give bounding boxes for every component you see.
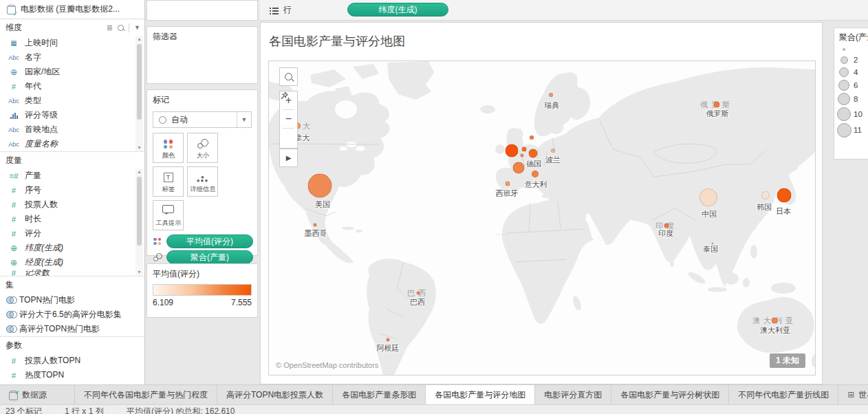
dimension-item[interactable]: Abc度量名称 xyxy=(0,137,144,151)
tab-sheet-6[interactable]: 不同年代电影产量折线图 xyxy=(729,385,838,405)
dimension-item[interactable]: #年代 xyxy=(0,79,144,94)
tab-sheet-3[interactable]: 各国电影产量与评分地图 xyxy=(426,385,535,405)
parameters-list: #投票人数TOPN#热度TOPN xyxy=(0,353,144,382)
map-mark-西班牙[interactable] xyxy=(506,182,510,186)
field-label: 高评分TOPN热门电影 xyxy=(19,323,100,335)
latitude-pill[interactable]: 纬度(生成) xyxy=(347,3,448,17)
map-mark-美国[interactable] xyxy=(308,174,332,198)
chevron-down-icon[interactable]: ▼ xyxy=(237,112,251,127)
calculated-number-icon: =# xyxy=(6,172,22,180)
tab-sheet-0[interactable]: 不同年代各国电影产量与热门程度 xyxy=(75,385,217,405)
pane-menu-caret-icon[interactable]: ▼ xyxy=(134,19,140,36)
parameter-item[interactable]: #热度TOPN xyxy=(0,368,144,382)
map-mark-阿根廷[interactable] xyxy=(387,338,390,342)
size-legend-rows: 24681011 xyxy=(834,45,868,138)
measure-item[interactable]: #投票人数 xyxy=(0,197,144,212)
mark-type-selector[interactable]: 自动 ▼ xyxy=(153,111,252,128)
datasource-row[interactable]: 电影数据 (豆瓣电影数据2... xyxy=(0,0,144,19)
zoom-out-button[interactable]: − xyxy=(280,110,297,128)
tab-sheet-2[interactable]: 各国电影产量条形图 xyxy=(333,385,426,405)
map-mark-荷兰[interactable] xyxy=(522,147,527,152)
map-mark-巴西[interactable] xyxy=(417,292,420,295)
map-view[interactable]: 加拿大加拿大美国墨西哥瑞典德国波兰意大利西班牙俄罗斯俄罗斯中国韩国日本印度印度泰… xyxy=(268,61,816,375)
marks-button-color[interactable]: 颜色 xyxy=(153,133,184,163)
color-gradient-bar[interactable] xyxy=(153,284,252,296)
map-mark-中国[interactable] xyxy=(699,188,717,206)
map-mark-法国[interactable] xyxy=(513,162,525,174)
set-item[interactable]: 高评分TOPN热门电影 xyxy=(0,322,144,336)
marks-button-tooltip[interactable]: 工具提示 xyxy=(153,200,184,230)
unknown-indicator[interactable]: 1 未知 xyxy=(770,353,805,368)
field-label: 类型 xyxy=(25,95,41,107)
scroll-down-icon[interactable]: ▼ xyxy=(137,269,142,276)
tab-sheet-1[interactable]: 高评分TOPN电影投票人数 xyxy=(217,385,333,405)
scroll-up-icon[interactable]: ▲ xyxy=(137,168,142,175)
map-mark-意大利[interactable] xyxy=(532,171,539,177)
dimension-item[interactable]: ▦上映时间 xyxy=(0,36,144,50)
map-mark-波兰[interactable] xyxy=(551,149,555,153)
measure-item[interactable]: ⊕纬度(生成) xyxy=(0,241,144,255)
map-flyout-button[interactable]: ▶ xyxy=(279,149,298,167)
scroll-down-icon[interactable]: ▼ xyxy=(137,144,142,151)
dimensions-scrollbar[interactable]: ▲ ▼ xyxy=(135,36,143,151)
button-label: 工具提示 xyxy=(155,219,181,228)
scroll-thumb[interactable] xyxy=(137,177,142,246)
abc-icon: Abc xyxy=(6,141,22,148)
legend-value: 6 xyxy=(854,81,858,89)
map-mark-英国[interactable] xyxy=(506,144,519,157)
encoding-pill[interactable]: 平均值(评分) xyxy=(166,235,253,248)
parameter-item[interactable]: #投票人数TOPN xyxy=(0,353,144,368)
rows-shelf-pill[interactable]: 纬度(生成) xyxy=(347,3,448,17)
map-mark-日本[interactable] xyxy=(777,188,792,203)
measure-item[interactable]: ⊕经度(生成) xyxy=(0,255,144,270)
marks-button-label[interactable]: T标签 xyxy=(153,166,184,197)
view-as-list-icon[interactable]: ≣ xyxy=(107,19,113,36)
encoding-pill[interactable]: 聚合(产量) xyxy=(166,250,253,264)
measure-item[interactable]: #时长 xyxy=(0,212,144,226)
tab-sheet-4[interactable]: 电影评分直方图 xyxy=(535,385,611,405)
map-mark-比利时[interactable] xyxy=(521,154,524,157)
set-item[interactable]: 评分大于6.5的高评分电影集 xyxy=(0,307,144,322)
map-mark-韩国[interactable] xyxy=(761,191,770,199)
measure-item[interactable]: =#产量 xyxy=(0,168,144,183)
tab-sheet-5[interactable]: 各国电影产量与评分树状图 xyxy=(611,385,729,405)
map-mark-俄罗斯[interactable] xyxy=(714,102,720,108)
tab-label: 数据源 xyxy=(22,385,47,405)
map-search-button[interactable] xyxy=(279,67,298,86)
measures-scrollbar[interactable]: ▲ ▼ xyxy=(135,168,143,276)
measure-item[interactable]: #记录数 xyxy=(0,270,144,276)
mark-label: 中国 xyxy=(702,209,717,219)
measure-item[interactable]: #序号 xyxy=(0,183,144,197)
tab-label: 不同年代各国电影产量与热门程度 xyxy=(84,385,208,405)
measure-item[interactable]: #评分 xyxy=(0,226,144,241)
scroll-up-icon[interactable]: ▲ xyxy=(137,36,142,43)
sheet-title: 各国电影产量与评分地图 xyxy=(269,33,405,50)
map-mark-瑞典[interactable] xyxy=(549,93,553,97)
pin-button[interactable] xyxy=(280,129,297,146)
search-fields-icon[interactable] xyxy=(118,25,124,31)
mark-label: 印度 xyxy=(658,228,673,239)
button-label: 大小 xyxy=(196,151,208,160)
map-mark-德国[interactable] xyxy=(529,149,538,158)
dimension-item[interactable]: Abc类型 xyxy=(0,94,144,108)
map-mark-丹麦[interactable] xyxy=(530,135,534,140)
dimension-item[interactable]: ⊕国家/地区 xyxy=(0,65,144,79)
map-mark-澳大利亚[interactable] xyxy=(772,318,778,324)
tab-label: 世界电影发展状况 xyxy=(858,385,868,405)
dimension-item[interactable]: Abc名字 xyxy=(0,50,144,65)
tab-sheet-7[interactable]: ⊞世界电影发展状况 xyxy=(838,385,868,405)
map-attribution: © OpenStreetMap contributors xyxy=(276,361,378,369)
label-icon: T xyxy=(164,173,173,182)
map-mark-墨西哥[interactable] xyxy=(314,224,317,227)
map-marks-layer: 加拿大加拿大美国墨西哥瑞典德国波兰意大利西班牙俄罗斯俄罗斯中国韩国日本印度印度泰… xyxy=(269,61,815,375)
dimension-item[interactable]: Abc首映地点 xyxy=(0,122,144,137)
marks-button-size[interactable]: 大小 xyxy=(187,133,218,163)
legend-circle xyxy=(837,123,851,138)
dimension-item[interactable]: 评分等级 xyxy=(0,108,144,122)
marks-button-detail[interactable]: ●●●●详细信息 xyxy=(187,166,218,197)
tab-datasource[interactable]: 数据源 xyxy=(0,385,75,405)
set-icon xyxy=(6,311,17,318)
scroll-thumb[interactable] xyxy=(137,44,142,120)
map-mark-印度[interactable] xyxy=(664,224,669,228)
set-item[interactable]: TOPN热门电影 xyxy=(0,293,144,307)
